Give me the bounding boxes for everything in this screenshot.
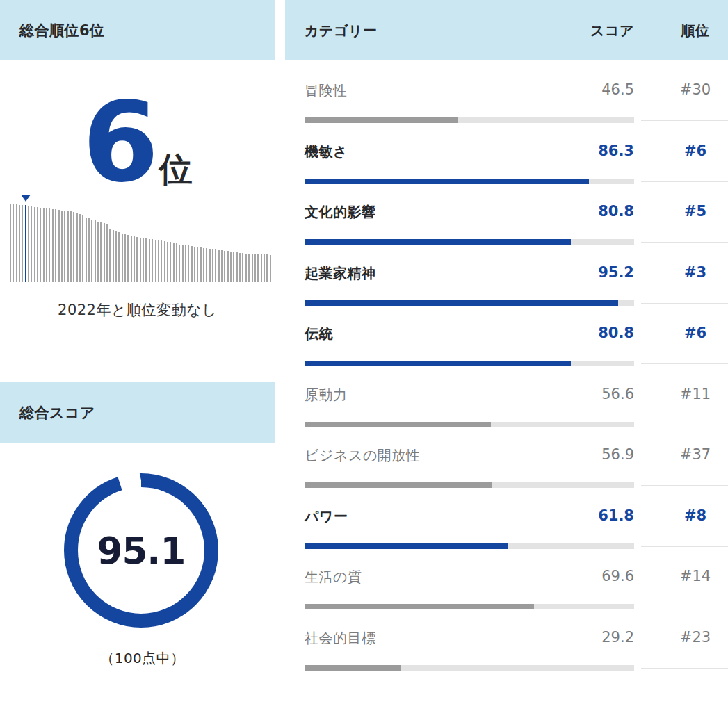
rank-distribution-bar <box>16 204 17 282</box>
rank-distribution-bar <box>113 230 114 282</box>
rank-distribution-bar <box>212 249 213 282</box>
rank-distribution-bar <box>82 215 83 282</box>
country-rank-dashboard: 総合順位6位 6位 2022年と順位変動なし 総合スコア 95.1 （100点中… <box>0 0 728 704</box>
table-row: 文化的影響 80.8 #5 <box>285 182 728 243</box>
rank-distribution-bar <box>227 251 229 282</box>
overall-rank-display: 6位 <box>0 88 275 197</box>
category-score-bar-track <box>305 665 634 671</box>
rank-distribution-bar <box>122 234 123 282</box>
category-table-header: カテゴリー スコア 順位 <box>285 0 728 60</box>
rank-distribution-bar <box>149 239 150 282</box>
rank-distribution-bar <box>188 245 189 282</box>
rank-distribution-bar <box>19 205 20 282</box>
rank-distribution-bar <box>118 232 120 282</box>
rank-distribution-bar <box>152 239 153 282</box>
rank-distribution-bar <box>67 211 69 282</box>
category-score: 86.3 <box>598 142 634 159</box>
rank-distribution-bar <box>224 251 225 282</box>
rank-change-caption: 2022年と順位変動なし <box>0 300 275 320</box>
score-scale-caption: （100点中） <box>0 649 285 668</box>
rank-distribution-bar <box>173 243 175 282</box>
rank-distribution-bar <box>76 213 78 282</box>
rank-distribution-bar <box>97 222 99 282</box>
rank-distribution-bar <box>95 220 96 282</box>
rank-distribution-bar <box>218 250 220 282</box>
rank-distribution-bar <box>194 247 195 282</box>
score-donut-chart: 95.1 <box>64 473 218 628</box>
rank-distribution-bar <box>131 236 132 282</box>
rank-distribution-bar <box>106 224 108 282</box>
category-table: カテゴリー スコア 順位 冒険性 46.5 #30 機敏さ 86.3 #6 文化… <box>285 0 728 669</box>
rank-distribution-bar <box>158 240 159 282</box>
rank-distribution-bar <box>91 220 92 282</box>
category-score: 29.2 <box>601 629 634 646</box>
rank-distribution-bar <box>22 205 23 282</box>
rank-separator-line <box>641 668 728 669</box>
rank-distribution-bar <box>109 229 111 282</box>
category-score: 56.6 <box>601 386 634 402</box>
table-row: 冒険性 46.5 #30 <box>285 60 728 122</box>
rank-distribution-bar <box>239 253 241 282</box>
table-row: 原動力 56.6 #11 <box>285 365 728 426</box>
overall-rank-header: 総合順位6位 <box>0 0 275 60</box>
category-rank: #3 <box>664 264 727 281</box>
overall-rank-panel: 総合順位6位 6位 2022年と順位変動なし 総合スコア 95.1 （100点中… <box>0 0 275 704</box>
rank-distribution-bar-current <box>25 205 26 282</box>
rank-distribution-bar <box>164 241 165 282</box>
rank-distribution-bar <box>136 237 138 282</box>
category-label: 機敏さ <box>305 142 348 161</box>
category-label: パワー <box>305 507 348 526</box>
rank-distribution-bar <box>140 238 141 282</box>
rank-distribution-bar <box>236 252 238 282</box>
category-label: 社会的目標 <box>305 629 376 648</box>
rank-distribution-bar <box>167 242 168 282</box>
category-label: 原動力 <box>305 386 348 404</box>
rank-distribution-bar <box>176 243 177 283</box>
rank-distribution-bar <box>182 245 184 282</box>
rank-distribution-bar <box>209 249 211 282</box>
category-label: ビジネスの開放性 <box>305 446 420 465</box>
rank-distribution-bar <box>127 235 129 282</box>
rank-distribution-bar <box>179 245 180 282</box>
rank-distribution-bar <box>115 231 117 282</box>
rank-distribution-bar <box>191 246 193 282</box>
rank-distribution-chart <box>10 204 271 282</box>
overall-score-header: 総合スコア <box>0 382 275 443</box>
category-score: 69.6 <box>601 568 634 584</box>
category-table-rows: 冒険性 46.5 #30 機敏さ 86.3 #6 文化的影響 80.8 #5 起… <box>285 60 728 669</box>
rank-distribution-bar <box>170 242 171 282</box>
category-label: 生活の質 <box>305 568 362 587</box>
category-score: 80.8 <box>598 325 634 341</box>
rank-distribution-bar <box>248 254 250 282</box>
category-score: 95.2 <box>598 264 634 281</box>
rank-distribution-bar <box>257 254 259 282</box>
rank-distribution-bar <box>124 234 126 282</box>
table-row: 起業家精神 95.2 #3 <box>285 243 728 304</box>
rank-distribution-bar <box>200 247 202 282</box>
rank-distribution-bar <box>261 254 262 282</box>
table-row: 生活の質 69.6 #14 <box>285 547 728 608</box>
score-value: 95.1 <box>64 473 218 628</box>
rank-distribution-bar <box>10 204 11 282</box>
rank-distribution-bar <box>242 253 243 282</box>
rank-distribution-bar <box>40 208 41 282</box>
category-rank: #14 <box>664 568 727 584</box>
category-rank: #30 <box>664 81 727 98</box>
rank-distribution-bar <box>203 248 204 282</box>
table-row: ビジネスの開放性 56.9 #37 <box>285 425 728 486</box>
category-rank: #5 <box>664 203 727 220</box>
rank-distribution-bar <box>34 207 35 282</box>
category-label: 冒険性 <box>305 81 348 100</box>
rank-distribution-bar <box>252 254 253 282</box>
rank-distribution-bar <box>55 209 56 282</box>
category-rank: #37 <box>664 446 727 463</box>
category-rank: #8 <box>664 507 727 524</box>
rank-distribution-bar <box>206 248 207 282</box>
rank-distribution-bar <box>145 238 147 282</box>
table-row: 機敏さ 86.3 #6 <box>285 122 728 183</box>
rank-distribution-bar <box>88 218 90 282</box>
rank-distribution-bar <box>73 212 74 282</box>
rank-distribution-bar <box>230 252 232 282</box>
rank-suffix: 位 <box>159 149 192 188</box>
column-header-category: カテゴリー <box>305 22 377 40</box>
